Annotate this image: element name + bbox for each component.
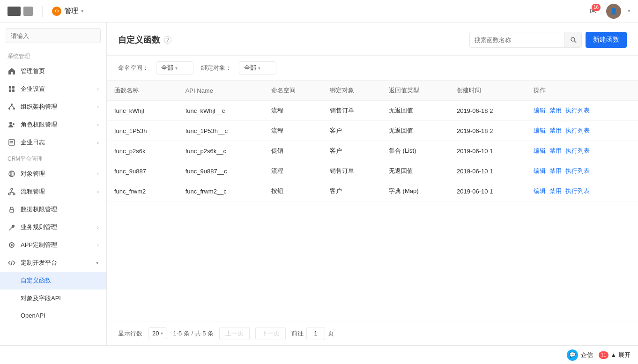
cell-bind-target-4: 客户 <box>322 181 381 201</box>
svg-point-26 <box>571 37 575 41</box>
table-row: func_9u887 func_9u887__c 流程 销售订单 无返回值 20… <box>107 161 638 181</box>
header-logo <box>7 7 33 16</box>
expand-badge: 11 <box>599 351 608 359</box>
expand-button[interactable]: 11 ▲ 展开 <box>599 351 631 359</box>
sidebar-item-enterprise-log[interactable]: 企业日志 › <box>0 134 106 151</box>
action-执行列表-3[interactable]: 执行列表 <box>565 167 590 174</box>
cell-api-name-2: func_p2s6k__c <box>178 141 264 161</box>
function-search-button[interactable] <box>564 32 581 47</box>
flow-arrow-icon: › <box>97 189 99 194</box>
svg-line-27 <box>574 41 576 43</box>
action-编辑-4[interactable]: 编辑 <box>534 187 546 194</box>
new-function-button[interactable]: 新建函数 <box>586 32 627 48</box>
cell-actions-0: 编辑禁用执行列表 <box>526 101 638 121</box>
namespace-select-arrow-icon: ▾ <box>175 66 178 71</box>
business-rules-label: 业务规则管理 <box>21 223 92 231</box>
sidebar-item-data-permission[interactable]: 数据权限管理 <box>0 201 106 218</box>
sidebar-item-app-custom[interactable]: APP定制管理 › <box>0 236 106 254</box>
page-size-select[interactable]: 20 ▾ <box>148 327 167 339</box>
wrench-icon <box>7 223 16 231</box>
sidebar-search-input[interactable] <box>6 28 101 43</box>
page-range-info: 1-5 条 / 共 5 条 <box>173 329 214 338</box>
qiwei-button[interactable]: 💬 企信 <box>567 349 593 361</box>
svg-point-17 <box>11 188 13 190</box>
table-row: func_1P53h func_1P53h__c 流程 客户 无返回值 2019… <box>107 121 638 141</box>
avatar[interactable]: 👤 <box>606 4 621 19</box>
sidebar-item-object-management[interactable]: 对象管理 › <box>0 165 106 183</box>
namespace-select[interactable]: 全部 ▾ <box>156 61 193 74</box>
app-arrow-icon[interactable]: ▾ <box>81 8 84 14</box>
sidebar-item-business-rules[interactable]: 业务规则管理 › <box>0 218 106 236</box>
cell-return-type-4: 字典 (Map) <box>381 181 449 201</box>
avatar-arrow-icon[interactable]: ▾ <box>628 8 631 14</box>
sidebar-item-org-management[interactable]: 组织架构管理 › <box>0 98 106 116</box>
next-page-button[interactable]: 下一页 <box>255 327 286 340</box>
action-执行列表-1[interactable]: 执行列表 <box>565 127 590 134</box>
home-icon <box>7 67 16 75</box>
enterprise-log-label: 企业日志 <box>21 138 92 147</box>
open-api-label: OpenAPI <box>21 312 45 319</box>
cell-namespace-0: 流程 <box>264 101 323 121</box>
sidebar-item-flow-management[interactable]: 流程管理 › <box>0 183 106 201</box>
action-执行列表-4[interactable]: 执行列表 <box>565 187 590 194</box>
svg-line-21 <box>9 192 12 193</box>
page-number-input[interactable] <box>306 327 325 340</box>
sidebar-sub-item-custom-function[interactable]: 自定义函数 <box>0 272 106 290</box>
admin-home-label: 管理首页 <box>21 67 99 75</box>
sidebar-item-admin-home[interactable]: 管理首页 <box>0 62 106 80</box>
page-title: 自定义函数 <box>118 34 160 45</box>
svg-rect-23 <box>10 209 14 212</box>
sidebar-sub-item-open-api[interactable]: OpenAPI <box>0 307 106 324</box>
cell-created-time-0: 2019-06-18 2 <box>449 101 526 121</box>
enterprise-settings-arrow-icon: › <box>97 86 99 92</box>
namespace-label: 命名空间： <box>118 64 148 72</box>
action-禁用-4[interactable]: 禁用 <box>549 187 562 194</box>
table-header-row: 函数名称 API Name 命名空间 绑定对象 返回值类型 创建时间 操作 <box>107 81 638 101</box>
action-禁用-0[interactable]: 禁用 <box>549 107 562 114</box>
action-禁用-3[interactable]: 禁用 <box>549 167 562 174</box>
prev-page-button[interactable]: 上一页 <box>219 327 250 340</box>
action-编辑-1[interactable]: 编辑 <box>534 127 546 134</box>
action-执行列表-2[interactable]: 执行列表 <box>565 147 590 154</box>
action-编辑-3[interactable]: 编辑 <box>534 167 546 174</box>
cell-actions-2: 编辑禁用执行列表 <box>526 141 638 161</box>
sidebar-item-enterprise-settings[interactable]: 企业设置 › <box>0 80 106 98</box>
action-禁用-1[interactable]: 禁用 <box>549 127 562 134</box>
crm-section-title: CRM平台管理 <box>0 151 106 165</box>
avatar-text: 👤 <box>610 7 617 15</box>
action-执行列表-0[interactable]: 执行列表 <box>565 107 590 114</box>
cell-bind-target-3: 销售订单 <box>322 161 381 181</box>
bind-target-select[interactable]: 全部 ▾ <box>239 61 276 74</box>
page-size-value: 20 <box>152 330 159 337</box>
org-management-label: 组织架构管理 <box>21 103 92 111</box>
svg-rect-1 <box>12 86 15 89</box>
cell-namespace-4: 按钮 <box>264 181 323 201</box>
cell-api-name-0: func_kWhjl__c <box>178 101 264 121</box>
sidebar-search-area <box>0 22 106 49</box>
function-search-input[interactable] <box>470 32 564 47</box>
action-编辑-0[interactable]: 编辑 <box>534 107 546 114</box>
logo-box1 <box>7 7 21 16</box>
sidebar-sub-item-object-field-api[interactable]: 对象及字段API <box>0 290 106 307</box>
page-size-arrow-icon: ▾ <box>161 331 163 336</box>
cell-return-type-3: 无返回值 <box>381 161 449 181</box>
object-field-api-label: 对象及字段API <box>21 294 61 303</box>
logo-box2 <box>23 7 33 16</box>
svg-line-7 <box>9 105 12 108</box>
action-编辑-2[interactable]: 编辑 <box>534 147 546 154</box>
sidebar-item-role-management[interactable]: 角色权限管理 › <box>0 116 106 134</box>
help-icon[interactable]: ? <box>164 36 171 44</box>
svg-point-6 <box>13 108 15 110</box>
col-header-return-type: 返回值类型 <box>381 81 449 101</box>
svg-rect-3 <box>12 89 15 92</box>
col-header-func-name: 函数名称 <box>107 81 178 101</box>
svg-point-18 <box>8 193 10 195</box>
notification-button[interactable]: ✉ 16 <box>586 4 601 19</box>
action-禁用-2[interactable]: 禁用 <box>549 147 562 154</box>
sidebar-item-custom-dev[interactable]: 定制开发平台 ▾ <box>0 254 106 272</box>
app-icon: ⚙ <box>52 7 61 16</box>
cell-bind-target-1: 客户 <box>322 121 381 141</box>
cell-actions-1: 编辑禁用执行列表 <box>526 121 638 141</box>
function-table: 函数名称 API Name 命名空间 绑定对象 返回值类型 创建时间 操作 fu… <box>107 81 638 201</box>
bind-target-arrow-icon: ▾ <box>258 66 260 71</box>
